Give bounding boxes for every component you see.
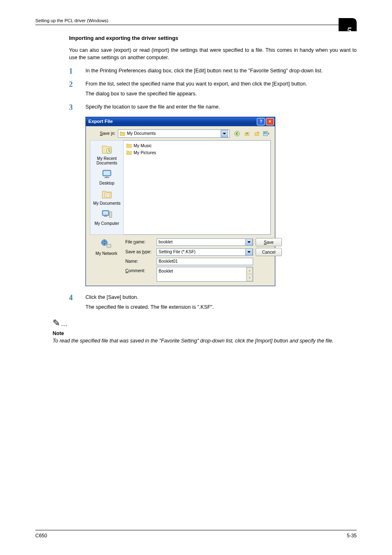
svg-rect-4 bbox=[264, 133, 265, 134]
comment-textarea[interactable]: Booklet ▲ ▼ bbox=[157, 267, 253, 282]
places-my-network[interactable]: My Network bbox=[92, 238, 121, 256]
titlebar: Export File ? × bbox=[86, 117, 275, 126]
name-input[interactable]: Booklet01 bbox=[157, 258, 253, 265]
svg-rect-18 bbox=[108, 245, 110, 247]
scroll-up-icon[interactable]: ▲ bbox=[247, 267, 253, 274]
chevron-down-icon[interactable] bbox=[245, 238, 253, 246]
step-number: 4 bbox=[69, 292, 73, 303]
place-label: My Computer bbox=[95, 221, 119, 226]
svg-rect-15 bbox=[104, 216, 107, 217]
svg-rect-13 bbox=[103, 211, 108, 215]
up-one-level-icon[interactable] bbox=[243, 130, 251, 137]
step-text: From the list, select the specified name… bbox=[85, 80, 357, 88]
file-name: My Music bbox=[134, 143, 152, 149]
places-desktop[interactable]: Desktop bbox=[92, 168, 122, 185]
places-bar: My Recent Documents Desktop bbox=[90, 140, 124, 235]
dialog-title: Export File bbox=[88, 118, 256, 125]
scroll-down-icon[interactable]: ▼ bbox=[247, 275, 253, 281]
help-button[interactable]: ? bbox=[257, 118, 265, 125]
main-area: My Recent Documents Desktop bbox=[90, 140, 271, 235]
saveas-label: Save as type: bbox=[125, 249, 154, 255]
save-in-combo[interactable]: My Documents bbox=[118, 130, 230, 138]
content-area: Importing and exporting the driver setti… bbox=[69, 35, 357, 345]
step-number: 2 bbox=[69, 79, 73, 90]
dialog-toolbar bbox=[233, 130, 271, 137]
my-network-icon bbox=[99, 238, 113, 250]
place-label: My Network bbox=[96, 251, 118, 256]
views-icon[interactable] bbox=[263, 130, 271, 137]
note-text: To read the specified file that was save… bbox=[53, 337, 357, 345]
step-number: 1 bbox=[69, 66, 73, 76]
step-number: 3 bbox=[69, 102, 73, 113]
step-2: 2 From the list, select the specified na… bbox=[69, 80, 357, 97]
svg-rect-5 bbox=[265, 133, 267, 134]
my-documents-icon bbox=[100, 188, 114, 200]
close-button[interactable]: × bbox=[266, 118, 274, 125]
screenshot-export-file-dialog: Export File ? × Save in: My Documents bbox=[85, 117, 274, 286]
saveas-value: Setting File (*.KSF) bbox=[159, 249, 196, 255]
chevron-down-icon[interactable] bbox=[245, 248, 253, 256]
save-in-label: Save in: bbox=[90, 130, 118, 136]
desktop-icon bbox=[100, 168, 114, 180]
svg-rect-10 bbox=[104, 177, 109, 178]
comment-label: Comment: bbox=[125, 267, 154, 274]
step-text: Click the [Save] button. bbox=[85, 294, 357, 301]
bottom-controls: My Network File name: booklet Save Save … bbox=[90, 238, 271, 282]
file-list[interactable]: My Music My Pictures bbox=[124, 140, 271, 235]
filename-input[interactable]: booklet bbox=[157, 238, 253, 246]
step-text: Specify the location to save the file an… bbox=[85, 103, 357, 111]
name-label: Name: bbox=[125, 258, 154, 264]
svg-rect-8 bbox=[104, 171, 110, 175]
filename-label: File name: bbox=[125, 239, 154, 245]
step-subtext: The dialog box to save the specified fil… bbox=[85, 90, 357, 97]
place-label: My Documents bbox=[93, 201, 121, 206]
list-item[interactable]: My Pictures bbox=[125, 149, 269, 156]
places-my-computer[interactable]: My Computer bbox=[92, 208, 122, 226]
places-bar-lower: My Network bbox=[90, 238, 123, 282]
recent-documents-icon bbox=[100, 143, 114, 155]
place-label: Desktop bbox=[99, 181, 115, 185]
list-item[interactable]: My Music bbox=[125, 142, 269, 149]
saveas-combo[interactable]: Setting File (*.KSF) bbox=[157, 248, 253, 256]
scrollbar[interactable]: ▲ ▼ bbox=[246, 267, 253, 281]
step-subtext: The specified file is created. The file … bbox=[85, 303, 357, 311]
file-name: My Pictures bbox=[134, 150, 156, 156]
chevron-down-icon[interactable] bbox=[221, 130, 228, 137]
note-icon: ✎… bbox=[53, 317, 357, 330]
svg-rect-9 bbox=[106, 176, 108, 177]
intro-paragraph: You can also save (export) or read (impo… bbox=[69, 46, 357, 61]
places-my-recent-documents[interactable]: My Recent Documents bbox=[92, 143, 122, 165]
footer-model: C650 bbox=[35, 533, 47, 539]
name-value: Booklet01 bbox=[159, 258, 178, 264]
step-1: 1 In the Printing Preferences dialog box… bbox=[69, 67, 357, 74]
comment-value: Booklet bbox=[159, 268, 173, 273]
save-in-value: My Documents bbox=[127, 130, 156, 136]
step-3: 3 Specify the location to save the file … bbox=[69, 103, 357, 111]
step-text: In the Printing Preferences dialog box, … bbox=[85, 67, 357, 74]
back-icon[interactable] bbox=[233, 130, 241, 137]
svg-point-0 bbox=[235, 131, 240, 136]
folder-icon bbox=[120, 131, 125, 136]
create-new-folder-icon[interactable] bbox=[253, 130, 261, 137]
running-head: Setting up the PCL driver (Windows) bbox=[35, 18, 108, 23]
step-4: 4 Click the [Save] button. The specified… bbox=[69, 294, 357, 311]
note-label: Note bbox=[53, 330, 357, 337]
page-header: Setting up the PCL driver (Windows) 5 bbox=[35, 15, 357, 25]
save-button[interactable]: Save bbox=[256, 238, 282, 246]
chapter-badge: 5 bbox=[339, 18, 357, 31]
place-label: My Recent Documents bbox=[97, 156, 118, 165]
dialog-body: Save in: My Documents bbox=[86, 126, 275, 286]
footer-page: 5-35 bbox=[347, 533, 357, 539]
svg-rect-2 bbox=[264, 132, 265, 133]
filename-value: booklet bbox=[159, 239, 173, 245]
places-my-documents[interactable]: My Documents bbox=[92, 188, 122, 206]
cancel-button[interactable]: Cancel bbox=[256, 248, 282, 256]
export-file-dialog: Export File ? × Save in: My Documents bbox=[85, 117, 275, 286]
page-footer: C650 5-35 bbox=[35, 530, 357, 539]
save-in-row: Save in: My Documents bbox=[90, 130, 271, 138]
note-block: ✎… Note To read the specified file that … bbox=[53, 317, 357, 345]
my-computer-icon bbox=[100, 208, 114, 220]
svg-rect-14 bbox=[109, 212, 112, 217]
folder-icon bbox=[126, 143, 132, 148]
folder-icon bbox=[126, 150, 132, 155]
